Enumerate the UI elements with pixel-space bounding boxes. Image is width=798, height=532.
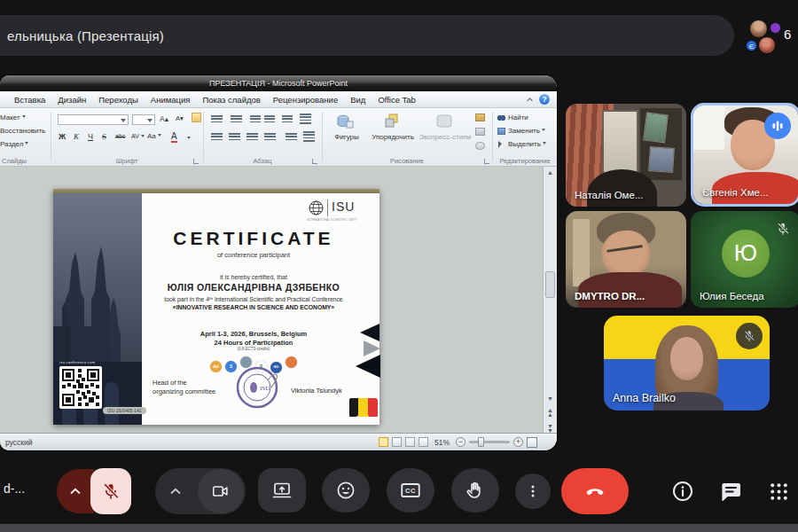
tile-anna[interactable]: Anna Brailko — [604, 316, 770, 411]
organization-seal: ISU — [234, 363, 284, 412]
meeting-details-button[interactable] — [670, 479, 695, 507]
shadow-button[interactable]: abc — [115, 133, 125, 139]
underline-button[interactable]: Ч — [88, 132, 93, 141]
align-left-icon[interactable] — [211, 133, 223, 142]
section-button[interactable]: Раздел — [0, 140, 28, 148]
increase-indent-icon[interactable] — [264, 115, 275, 124]
columns-icon[interactable] — [286, 133, 297, 142]
char-spacing-button[interactable]: AV — [131, 133, 145, 139]
end-call-button[interactable] — [561, 468, 629, 514]
quick-styles-icon — [434, 113, 454, 130]
camera-toggle-button[interactable] — [198, 469, 244, 513]
raise-hand-button[interactable] — [451, 468, 499, 512]
font-color-dropdown[interactable] — [187, 137, 191, 141]
replace-button[interactable]: Заменить — [508, 127, 545, 135]
tab-perekhody[interactable]: Переходы — [98, 95, 138, 105]
mic-options-button[interactable] — [57, 469, 94, 513]
certificate-text: CERTIFICATE of conference participant it… — [142, 228, 365, 373]
bullets-icon[interactable] — [211, 115, 223, 124]
camera-options-button[interactable] — [164, 482, 187, 500]
avatar-circle: Ю — [722, 230, 770, 278]
zoom-in-icon[interactable]: + — [513, 437, 523, 447]
change-case-button[interactable]: Aa — [147, 132, 161, 140]
help-icon[interactable]: ? — [539, 94, 550, 105]
italic-button[interactable]: К — [74, 132, 79, 141]
smartart-icon[interactable] — [303, 131, 315, 143]
shape-effects-icon[interactable] — [475, 142, 485, 150]
reactions-button[interactable] — [322, 468, 370, 512]
shapes-button[interactable]: Фигуры — [325, 133, 369, 141]
zoom-slider[interactable] — [469, 441, 510, 443]
grow-font-button[interactable]: А▴ — [160, 114, 168, 123]
arrange-icon[interactable] — [383, 113, 401, 130]
mic-mute-button[interactable] — [90, 468, 131, 514]
participant-avatars[interactable]: Є — [745, 18, 784, 55]
clear-format-icon[interactable] — [192, 113, 201, 122]
sweater — [578, 272, 682, 308]
zoom-slider-thumb[interactable] — [478, 437, 484, 447]
previous-slide-icon[interactable]: ▲▲ — [544, 408, 556, 417]
slideshow-view-button[interactable] — [419, 437, 428, 447]
scrollbar-thumb[interactable] — [545, 271, 555, 298]
tab-vstavka[interactable]: Вставка — [14, 95, 45, 105]
next-slide-icon[interactable]: ▼▼ — [544, 424, 556, 433]
shapes-icon[interactable] — [335, 113, 355, 130]
tile-natalia[interactable]: Наталія Оме... — [566, 104, 686, 207]
ribbon-collapse-icon[interactable] — [526, 97, 534, 103]
taskbar-edge — [0, 524, 798, 532]
drawing-dialog-launcher[interactable] — [484, 159, 489, 164]
reset-button[interactable]: Восстановить — [0, 127, 45, 135]
powerpoint-canvas[interactable]: isu-conference.com ISU — [0, 167, 557, 434]
vertical-scrollbar[interactable]: ▲ ▼ ▲▲ ▼▼ — [543, 167, 557, 434]
font-name-combo[interactable] — [58, 114, 129, 125]
scroll-up-icon[interactable]: ▲ — [544, 168, 556, 176]
tab-animatsiya[interactable]: Анимация — [151, 95, 191, 105]
mic-control — [57, 468, 126, 514]
tab-office-tab[interactable]: Office Tab — [378, 95, 415, 105]
present-screen-button[interactable] — [258, 468, 306, 512]
isu-logo-caption: INTERNATIONAL SCIENTIFIC UNITY — [307, 218, 357, 222]
strikethrough-button[interactable]: S — [102, 132, 106, 141]
tile-yevheniia[interactable]: Євгенія Хме... — [691, 103, 798, 207]
text-direction-icon[interactable] — [300, 113, 311, 125]
tab-dizayn[interactable]: Дизайн — [58, 95, 86, 105]
zoom-out-icon[interactable]: − — [456, 437, 466, 447]
paragraph-dialog-launcher[interactable] — [312, 159, 317, 164]
shrink-font-button[interactable]: А▾ — [176, 114, 184, 122]
layout-button[interactable]: Макет — [0, 113, 26, 121]
slide-sorter-view-button[interactable] — [392, 437, 402, 447]
certificate-slide[interactable]: isu-conference.com ISU — [53, 189, 379, 425]
tile-yuliya[interactable]: Ю Юлия Беседа — [691, 211, 798, 308]
font-size-combo[interactable] — [132, 114, 155, 125]
fit-to-window-icon[interactable] — [527, 437, 537, 448]
align-center-icon[interactable] — [229, 133, 240, 142]
scroll-down-icon[interactable]: ▼ — [544, 395, 556, 403]
chat-button[interactable] — [719, 480, 743, 507]
line-spacing-icon[interactable] — [282, 115, 293, 124]
arrange-button[interactable]: Упорядочить — [365, 133, 420, 141]
align-right-icon[interactable] — [246, 133, 258, 142]
justify-icon[interactable] — [264, 133, 276, 142]
tile-dmytro[interactable]: DMYTRO DR... — [566, 211, 686, 308]
select-button[interactable]: Выделить — [508, 140, 546, 148]
font-color-button[interactable]: A — [171, 131, 177, 143]
font-dialog-launcher[interactable] — [193, 159, 199, 164]
shared-screen-powerpoint[interactable]: ПРЕЗЕНТАЦІЯ - Microsoft PowerPoint Встав… — [0, 75, 557, 450]
reading-view-button[interactable] — [405, 437, 415, 447]
tab-vid[interactable]: Вид — [350, 95, 365, 105]
captions-button[interactable]: CC — [387, 468, 434, 512]
decrease-indent-icon[interactable] — [250, 115, 261, 124]
more-options-button[interactable] — [515, 473, 551, 509]
participant-name: Юлия Беседа — [700, 291, 764, 301]
bold-button[interactable]: Ж — [59, 132, 66, 141]
find-button[interactable]: Найти — [508, 113, 528, 121]
shape-outline-icon[interactable] — [475, 128, 485, 136]
tab-retsenzirovanie[interactable]: Рецензирование — [273, 95, 338, 105]
shape-fill-icon[interactable] — [475, 113, 485, 121]
normal-view-button[interactable] — [379, 437, 388, 447]
badge-doi: doi — [210, 361, 222, 372]
activities-grid-button[interactable] — [768, 481, 790, 506]
numbering-icon[interactable] — [231, 115, 242, 124]
tab-pokaz-slaydov[interactable]: Показ слайдов — [202, 95, 260, 105]
face — [670, 337, 703, 380]
